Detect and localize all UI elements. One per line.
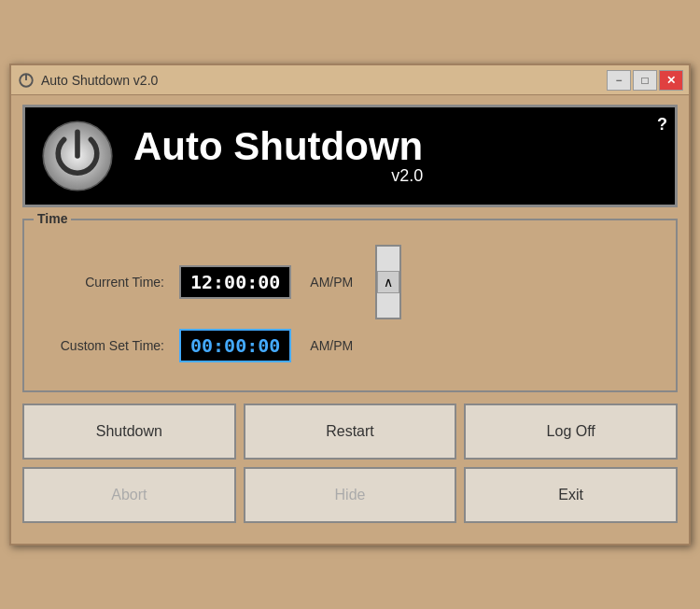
logo-area: Auto Shutdown v2.0 ?: [22, 105, 678, 207]
restore-button[interactable]: □: [633, 70, 657, 91]
power-icon-titlebar: [17, 71, 35, 90]
help-button[interactable]: ?: [657, 115, 667, 135]
logoff-button[interactable]: Log Off: [464, 404, 678, 460]
custom-time-display[interactable]: 00:00:00: [179, 329, 291, 362]
current-time-display: 12:00:00: [179, 265, 291, 299]
power-icon-large: [40, 119, 115, 193]
title-bar-controls: − □ ✕: [607, 70, 683, 91]
main-window: Auto Shutdown v2.0 − □ ✕: [9, 64, 691, 545]
app-title: Auto Shutdown: [133, 124, 423, 168]
scroll-up-button[interactable]: ∧: [377, 271, 399, 293]
exit-button[interactable]: Exit: [464, 467, 678, 523]
window-content: Auto Shutdown v2.0 ? Time Current Time: …: [11, 95, 689, 544]
app-title-container: Auto Shutdown v2.0: [115, 127, 423, 186]
abort-button[interactable]: Abort: [22, 467, 236, 523]
time-section-label: Time: [34, 211, 71, 226]
custom-time-label: Custom Set Time:: [43, 338, 164, 353]
app-version: v2.0: [115, 166, 423, 186]
close-button[interactable]: ✕: [659, 70, 683, 91]
scroll-control: ∧: [375, 245, 401, 319]
current-ampm-label: AM/PM: [310, 275, 353, 290]
custom-ampm-label: AM/PM: [310, 338, 353, 353]
minimize-button[interactable]: −: [607, 70, 631, 91]
title-bar-left: Auto Shutdown v2.0: [17, 71, 158, 90]
current-time-row: Current Time: 12:00:00 AM/PM ∧: [43, 245, 657, 319]
title-bar: Auto Shutdown v2.0 − □ ✕: [11, 65, 689, 95]
buttons-row-2: Abort Hide Exit: [22, 467, 678, 523]
custom-time-row: Custom Set Time: 00:00:00 AM/PM: [43, 329, 657, 362]
buttons-row-1: Shutdown Restart Log Off: [22, 404, 678, 460]
restart-button[interactable]: Restart: [244, 404, 457, 460]
window-title: Auto Shutdown v2.0: [41, 73, 158, 88]
current-time-label: Current Time:: [43, 275, 164, 290]
shutdown-button[interactable]: Shutdown: [22, 404, 236, 460]
time-section: Time Current Time: 12:00:00 AM/PM ∧ Cust…: [22, 219, 678, 392]
hide-button[interactable]: Hide: [244, 467, 457, 523]
